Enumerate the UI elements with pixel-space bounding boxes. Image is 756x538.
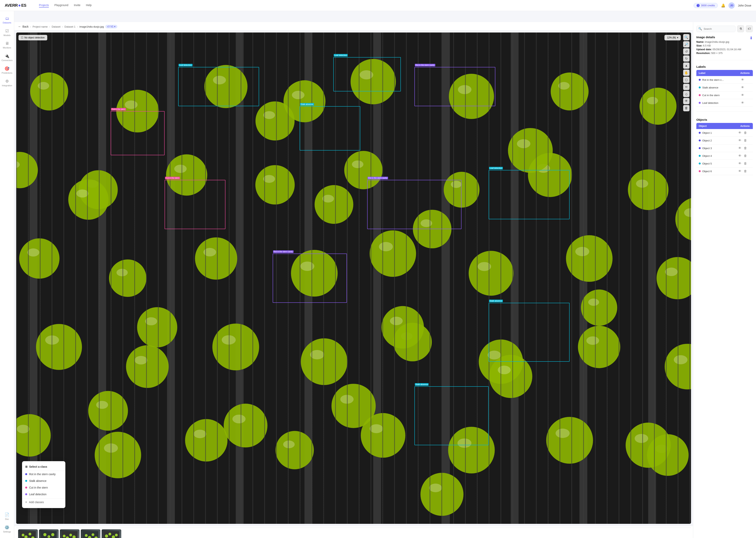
objects-section: Objects Object Actions Object 1 👁 🗑 Obje… [696,118,753,175]
breadcrumb-project[interactable]: Project name [32,25,48,28]
dropdown-item-leaf[interactable]: Leaf detection [22,491,65,498]
version-badge[interactable]: 🏷 V1 ▾ [105,25,117,28]
zoom-in-button[interactable]: 🔍 [683,34,689,40]
filter-button[interactable]: ⚗ [737,25,744,32]
dropdown-item-rot[interactable]: Rot in the stern cavity [22,471,65,477]
thumbnail-5[interactable] [102,529,121,538]
detection-box-8[interactable]: Leaf detection [489,170,570,219]
object-dot-0 [699,132,701,134]
label-visibility-btn-2[interactable]: 👁 [741,93,745,97]
detection-label-7: Rot in the stern cavity [273,250,294,253]
object-visibility-btn-1[interactable]: 👁 [738,138,742,143]
detection-box-5[interactable]: Cut in the stern [165,180,225,229]
cursor-tool-button[interactable]: ▲ [683,63,689,69]
detection-box-3[interactable]: Stalk absence [300,106,360,150]
version-label: V1 [111,25,114,28]
select-icon: ⊞ [25,465,27,468]
search-input[interactable] [696,26,735,32]
dropdown-item-stalk[interactable]: Stalk absence [22,477,65,484]
object-delete-btn-0[interactable]: 🗑 [743,131,747,135]
hand-tool-button[interactable]: ✋ [683,70,689,76]
objects-title: Objects [696,118,753,121]
thumbnail-2[interactable] [39,529,59,538]
detection-label-6: Rot in the stern cavity [367,177,388,179]
detection-label-0: Leaf detection [178,64,193,66]
detection-box-4[interactable]: Rot in the stern cavity [414,67,495,106]
undo-button[interactable]: ↺ [683,48,689,55]
object-delete-btn-3[interactable]: 🗑 [743,154,747,158]
thumbnail-3[interactable] [60,529,79,538]
thumbnail-1[interactable] [18,529,38,538]
object-delete-btn-1[interactable]: 🗑 [743,138,747,143]
sidebar-item-monitors[interactable]: 🖥 Monitors [1,39,13,51]
nav-help[interactable]: Help [86,4,92,8]
integration-icon: ⚙ [5,79,9,83]
download-button[interactable]: ⬇ [749,36,753,40]
object-dot-5 [699,170,701,172]
dropdown-item-cut[interactable]: Cut in the stern [22,484,65,491]
object-visibility-btn-0[interactable]: 👁 [738,131,742,135]
add-classes-button[interactable]: + Add classes [22,498,65,506]
tag-button[interactable]: 🏷 [746,25,753,32]
no-detection-button[interactable]: ☐ No object detection [19,35,47,40]
delete-button[interactable]: 🗑 [683,105,689,111]
svg-point-142 [69,534,72,536]
sidebar-label-predictions: Predictions [2,72,12,74]
label-row-1: Stalk absence 👁 [696,84,753,91]
redo-button[interactable]: ↻ [683,55,689,62]
object-visibility-btn-4[interactable]: 👁 [738,161,742,166]
doc-icon: 📄 [5,512,10,517]
topnav-right: ● 3000 credits 🔔 JD John Doue [693,2,751,9]
divider-1 [696,60,753,60]
thumbnail-4[interactable] [81,529,100,538]
hide-button[interactable]: 👁 [683,98,689,104]
polygon-tool-button[interactable]: ⬡ [683,77,689,83]
detection-box-6[interactable]: Rot in the stern cavity [367,180,462,229]
sidebar-item-models[interactable]: ☑ Models [1,27,13,38]
breadcrumb-dataset1[interactable]: Dataset 1 [65,25,75,28]
sidebar-item-predictions[interactable]: 🎯 Predictions [1,64,13,76]
label-visibility-btn-3[interactable]: 👁 [741,101,745,105]
zoom-out-button[interactable]: 🔎 [683,41,689,47]
nav-links: Projects Playground Invite Help [39,4,92,8]
detection-box-2[interactable]: Cut in the stern [111,111,165,155]
object-delete-btn-5[interactable]: 🗑 [743,169,747,173]
sidebar-item-datasets[interactable]: 🗂 Datasets [1,14,13,26]
thumbnails-list [16,527,691,538]
detection-box-1[interactable]: Leaf detection [333,57,401,92]
object-visibility-btn-5[interactable]: 👁 [738,169,742,173]
credits-badge[interactable]: ● 3000 credits [693,3,718,8]
object-delete-btn-2[interactable]: 🗑 [743,146,747,150]
nav-playground[interactable]: Playground [54,4,68,8]
shape-tool-button[interactable]: ◇ [683,91,689,97]
image-viewer: ☐ No object detection 12% (fit) ▾ 🔍 🔎 ↺ … [16,32,691,524]
class-leaf-label: Leaf detection [29,493,46,496]
object-visibility-btn-3[interactable]: 👁 [738,154,742,158]
dot-rot [25,473,27,475]
object-dot-2 [699,147,701,149]
object-actions-2: 👁 🗑 [735,146,750,150]
sidebar-item-doc[interactable]: 📄 Doc [1,511,13,522]
detection-box-9[interactable]: Stalk absence [489,303,570,362]
brush-tool-button[interactable]: ✏ [683,84,689,90]
back-button[interactable]: ← Back [18,25,28,28]
object-actions-4: 👁 🗑 [735,161,750,166]
detection-box-7[interactable]: Rot in the stern cavity [273,253,347,302]
label-visibility-btn-1[interactable]: 👁 [741,85,745,90]
breadcrumb-dataset[interactable]: Dataset [52,25,61,28]
nav-projects[interactable]: Projects [39,4,49,8]
object-delete-btn-4[interactable]: 🗑 [743,161,747,166]
detection-box-0[interactable]: Leaf detection [178,67,259,106]
sidebar-item-settings[interactable]: ⚙️ Settings [1,523,13,535]
no-detection-label: No object detection [24,36,45,39]
bell-icon[interactable]: 🔔 [721,3,725,8]
avatar: JD [729,2,735,9]
labels-title: Labels [696,65,753,68]
object-visibility-btn-2[interactable]: 👁 [738,146,742,150]
sidebar-item-integration[interactable]: ⚙ Integration [1,77,13,89]
label-visibility-btn-0[interactable]: 👁 [741,78,745,82]
detection-box-10[interactable]: Stalk absence [414,386,489,445]
nav-invite[interactable]: Invite [74,4,80,8]
sidebar-item-connectors[interactable]: 🔌 Connectors [1,52,13,63]
fit-button[interactable]: 12% (fit) ▾ [664,35,681,40]
